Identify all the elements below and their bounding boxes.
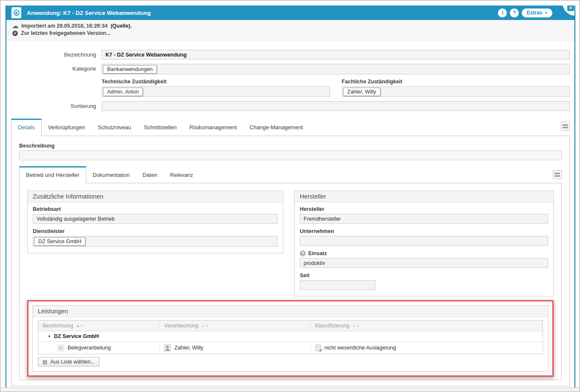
subtab-daten[interactable]: Daten bbox=[136, 167, 164, 183]
bottom-strip bbox=[1, 387, 579, 391]
hersteller-panel-title: Hersteller bbox=[295, 191, 553, 202]
einsatz-field[interactable]: produktiv bbox=[300, 258, 548, 268]
target-icon bbox=[14, 10, 20, 16]
main-tabs: Details Verknüpfungen Schutzniveau Schni… bbox=[11, 119, 570, 136]
beschreibung-label: Beschreibung bbox=[19, 143, 562, 149]
technische-label: Technische Zuständigkeit bbox=[102, 79, 330, 85]
beschreibung-field[interactable] bbox=[19, 151, 562, 160]
table-header-row: Bezeichnung ▲▼ Verantwortung ▲▼ Klassifi… bbox=[38, 321, 543, 331]
fachliche-field[interactable]: Zahler, Willy bbox=[342, 86, 570, 97]
cloud-download-icon: ☁ bbox=[12, 23, 18, 30]
cell-bezeichnung[interactable]: ⚙ Belegverarbeitung bbox=[38, 342, 159, 354]
tab-change-management[interactable]: Change-Management bbox=[243, 119, 310, 136]
check-circle-icon: ✔ bbox=[12, 31, 18, 36]
page: Anwendung: K7 - DZ Service Webanwendung … bbox=[0, 0, 580, 392]
close-button[interactable]: ✕ bbox=[567, 6, 574, 11]
unternehmen-field[interactable] bbox=[300, 236, 548, 246]
einsatz-help-icon[interactable]: ? bbox=[300, 250, 306, 256]
sortierung-label: Sortierung bbox=[6, 101, 102, 111]
gear-icon: ⚙ bbox=[57, 344, 64, 352]
einsatz-label: Einsatz bbox=[308, 250, 327, 256]
unternehmen-label: Unternehmen bbox=[300, 228, 548, 234]
titlebar-actions: i ? Extras ▼ bbox=[498, 9, 569, 17]
seit-field[interactable] bbox=[300, 280, 375, 290]
dienstleister-field[interactable]: DZ Service GmbH bbox=[33, 236, 278, 247]
kategorie-label: Kategorie bbox=[6, 64, 102, 74]
seit-label: Seit bbox=[300, 273, 548, 278]
collapse-caret-icon: ▼ bbox=[48, 335, 51, 338]
version-link[interactable]: Zur letzten freigegebenen Version... bbox=[21, 30, 111, 37]
bars-icon bbox=[554, 173, 560, 174]
sort-icon[interactable]: ▲▼ bbox=[76, 324, 83, 328]
extras-button[interactable]: Extras ▼ bbox=[522, 9, 552, 17]
page-title: Anwendung: K7 - DZ Service Webanwendung bbox=[27, 10, 151, 16]
titlebar: Anwendung: K7 - DZ Service Webanwendung … bbox=[6, 6, 574, 20]
subpanel-toggle-button[interactable] bbox=[553, 170, 562, 179]
betrieb-hersteller-pane: Zusätzliche Informationen Betriebsart Vo… bbox=[19, 183, 562, 380]
bezeichnung-label: Bezeichnung bbox=[6, 50, 102, 60]
group-row[interactable]: ▼ DZ Service GmbH bbox=[38, 331, 543, 341]
sort-icon[interactable]: ▲▼ bbox=[353, 324, 360, 328]
fachliche-chip[interactable]: Zahler, Willy bbox=[343, 88, 381, 96]
tab-risikomanagement[interactable]: Risikomanagement bbox=[183, 119, 243, 136]
classification-check-icon: ✔ bbox=[315, 344, 321, 351]
list-icon: ▤ bbox=[43, 359, 47, 365]
betriebsart-field[interactable]: Vollständig ausgelagerter Betrieb bbox=[33, 214, 278, 224]
leistungen-panel: Leistungen Bezeichnung ▲▼ Verantwortun bbox=[32, 305, 549, 372]
aus-liste-waehlen-button[interactable]: ▤ Aus Liste wählen... bbox=[38, 357, 100, 366]
tab-schutzniveau[interactable]: Schutzniveau bbox=[91, 119, 137, 136]
kategorie-field[interactable]: Bankanwendungen bbox=[102, 64, 570, 74]
technische-chip[interactable]: Admin, Anton bbox=[103, 88, 143, 96]
highlight-rectangle: Leistungen Bezeichnung ▲▼ Verantwortun bbox=[27, 300, 554, 377]
bars-icon bbox=[563, 124, 568, 126]
column-header-klassifizierung[interactable]: Klassifizierung ▲▼ bbox=[310, 321, 543, 331]
tab-verknuepfungen[interactable]: Verknüpfungen bbox=[42, 119, 91, 136]
sort-icon[interactable]: ▲▼ bbox=[202, 324, 209, 328]
zusatz-panel: Zusätzliche Informationen Betriebsart Vo… bbox=[27, 190, 283, 253]
import-strip: ☁ Importiert am 29.05.2018, 16:29:34 (Qu… bbox=[6, 20, 574, 40]
column-header-bezeichnung[interactable]: Bezeichnung ▲▼ bbox=[38, 321, 159, 331]
cell-klassifizierung[interactable]: ✔ nicht wesentliche Auslagerung bbox=[310, 342, 543, 354]
spacer-label bbox=[6, 79, 102, 97]
bezeichnung-field[interactable]: K7 - DZ Service Webanwendung bbox=[102, 50, 570, 60]
info-icon: i bbox=[502, 10, 503, 16]
panel-toggle-button[interactable] bbox=[561, 122, 570, 131]
cell-verantwortung[interactable]: Zahler, Willy bbox=[159, 342, 310, 354]
close-icon: ✕ bbox=[569, 6, 572, 10]
sortierung-field[interactable] bbox=[102, 101, 570, 111]
leistungen-table: Bezeichnung ▲▼ Verantwortung ▲▼ Klassifi… bbox=[38, 320, 543, 354]
fachliche-label: Fachliche Zuständigkeit bbox=[342, 79, 570, 85]
leistungen-panel-title: Leistungen bbox=[33, 306, 548, 317]
person-icon bbox=[164, 344, 171, 352]
application-icon bbox=[11, 7, 21, 18]
help-icon: ? bbox=[513, 10, 516, 16]
subtab-dokumentation[interactable]: Dokumentation bbox=[86, 167, 136, 183]
version-line: ✔ Zur letzten freigegebenen Version... bbox=[12, 30, 569, 37]
info-button[interactable]: i bbox=[498, 9, 507, 17]
imported-source-link[interactable]: (Quelle). bbox=[111, 23, 132, 30]
group-label: DZ Service GmbH bbox=[54, 333, 99, 339]
tab-schnittstellen[interactable]: Schnittstellen bbox=[137, 119, 183, 136]
table-row[interactable]: ⚙ Belegverarbeitung Zahler, Willy ✔ bbox=[38, 341, 543, 354]
app-window: Anwendung: K7 - DZ Service Webanwendung … bbox=[6, 6, 575, 387]
help-button[interactable]: ? bbox=[510, 9, 519, 17]
technische-field[interactable]: Admin, Anton bbox=[102, 86, 330, 97]
hersteller-panel: Hersteller Hersteller Fremdhersteller Un… bbox=[294, 190, 554, 297]
zusatz-panel-title: Zusätzliche Informationen bbox=[28, 191, 283, 202]
dienstleister-chip[interactable]: DZ Service GmbH bbox=[34, 237, 85, 246]
betriebsart-label: Betriebsart bbox=[33, 206, 278, 212]
column-header-verantwortung[interactable]: Verantwortung ▲▼ bbox=[159, 321, 310, 331]
details-pane: Beschreibung Betrieb und Hersteller Doku… bbox=[11, 136, 570, 386]
subtab-betrieb-und-hersteller[interactable]: Betrieb und Hersteller bbox=[19, 166, 86, 184]
subtab-relevanz[interactable]: Relevanz bbox=[164, 167, 199, 183]
kategorie-chip[interactable]: Bankanwendungen bbox=[103, 65, 157, 74]
imported-text: Importiert am 29.05.2018, 16:29:34 bbox=[21, 23, 108, 30]
hersteller-field[interactable]: Fremdhersteller bbox=[300, 214, 548, 224]
imported-line: ☁ Importiert am 29.05.2018, 16:29:34 (Qu… bbox=[12, 23, 569, 30]
extras-label: Extras bbox=[526, 10, 542, 16]
form-area: Bezeichnung K7 - DZ Service Webanwendung… bbox=[6, 40, 574, 111]
hersteller-label: Hersteller bbox=[300, 206, 548, 212]
sub-tabs: Betrieb und Hersteller Dokumentation Dat… bbox=[19, 166, 562, 183]
tab-details[interactable]: Details bbox=[11, 119, 42, 136]
chevron-down-icon: ▼ bbox=[544, 11, 548, 15]
